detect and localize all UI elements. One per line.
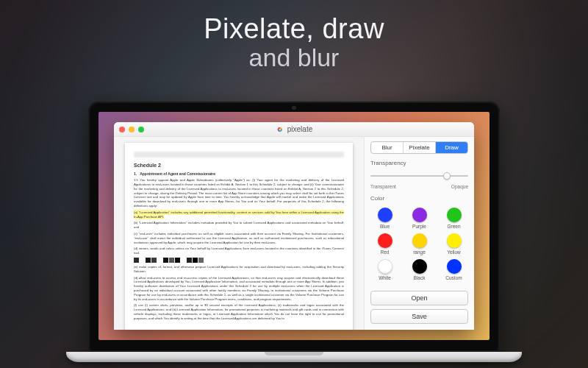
color-swatch-label: Custom [445,275,462,280]
doc-para: (d) names, words and colors unless on Yo… [134,247,344,255]
doc-section-title: Appointment of Agent and Commissionaire [140,171,215,176]
color-swatch-green[interactable]: Green [440,208,468,229]
color-label: Color [370,195,468,202]
doc-para: (c) "end-user" includes individual purch… [134,232,344,244]
app-title-text: pixelate [287,125,312,133]
document-canvas[interactable]: Schedule 2 1. Appointment of Agent and C… [114,137,364,330]
color-circle-icon [378,233,392,248]
doc-title: Schedule 2 [134,162,344,169]
app-logo-icon [276,125,284,134]
color-swatch-yellow[interactable]: Yellow [440,233,468,255]
document-page: Schedule 2 1. Appointment of Agent and C… [125,143,353,330]
zoom-icon[interactable] [138,127,144,132]
color-swatch-black[interactable]: Black [405,259,434,280]
slider-knob[interactable] [443,172,451,180]
doc-para: (b) "Licensed Application Information" i… [134,221,344,230]
tab-pixelate[interactable]: Pixelate [403,142,435,153]
doc-para: (e) make copies of, format, and otherwis… [134,265,344,274]
marketing-headline-top: Pixelate, draw [0,13,588,45]
blurred-region [134,152,344,158]
marketing-headline-bottom: and blur [0,43,588,72]
tab-blur[interactable]: Blur [371,142,403,153]
transparency-label: Transparency [370,160,468,166]
color-swatch-blue[interactable]: Blue [370,208,399,229]
color-swatch-label: Blue [380,224,390,229]
color-circle-icon [412,259,427,274]
tab-draw[interactable]: Draw [435,142,467,153]
open-button[interactable]: Open [370,291,468,305]
color-swatch-label: range [413,250,426,255]
minimize-icon[interactable] [129,127,135,132]
color-swatch-label: Yellow [447,250,461,255]
color-swatch-purple[interactable]: Purple [405,208,434,229]
laptop-camera [293,106,296,110]
color-swatch-label: Red [381,250,390,255]
color-swatch-custom[interactable]: Custom [440,259,468,280]
laptop-base [66,352,522,362]
doc-para: 1.1 You hereby appoint Apple and Apple S… [134,178,344,208]
color-circle-icon [447,259,462,274]
doc-section-number: 1. [134,171,137,176]
app-title: pixelate [276,125,312,134]
window-titlebar: pixelate [114,122,474,137]
color-swatch-label: Purple [412,224,426,229]
color-circle-icon [378,259,392,274]
color-swatch-range[interactable]: range [405,233,434,255]
color-swatch-label: Black [414,275,426,280]
color-swatch-red[interactable]: Red [370,233,399,255]
slider-min-label: Transparent [370,184,396,189]
color-circle-icon [412,233,427,248]
color-circle-icon [378,208,392,222]
app-window: pixelate Schedule 2 1. Appointment of Ag… [114,122,474,330]
color-circle-icon [447,208,462,222]
color-circle-icon [412,208,427,222]
color-swatch-white[interactable]: White [370,259,399,280]
pixelated-region [134,258,344,263]
highlighted-text: (a) "Licensed Application" includes any … [134,210,344,219]
save-button[interactable]: Save [370,309,468,324]
doc-para: (a) "Licensed Application" includes any … [134,210,344,219]
color-swatch-label: Green [447,224,460,229]
doc-para: (f) use (i) screen shots, previews, and/… [134,303,344,320]
doc-para: (d) allow end-users to access and re-acc… [134,276,344,302]
tool-tabs: Blur Pixelate Draw [370,141,468,154]
transparency-slider[interactable] [370,171,468,181]
sidebar: Blur Pixelate Draw Transparency Transpar… [364,137,474,330]
color-swatch-label: White [379,275,391,280]
slider-max-label: Opaque [451,184,468,189]
close-icon[interactable] [119,127,125,132]
color-circle-icon [447,233,462,248]
laptop-mockup: pixelate Schedule 2 1. Appointment of Ag… [88,102,500,362]
